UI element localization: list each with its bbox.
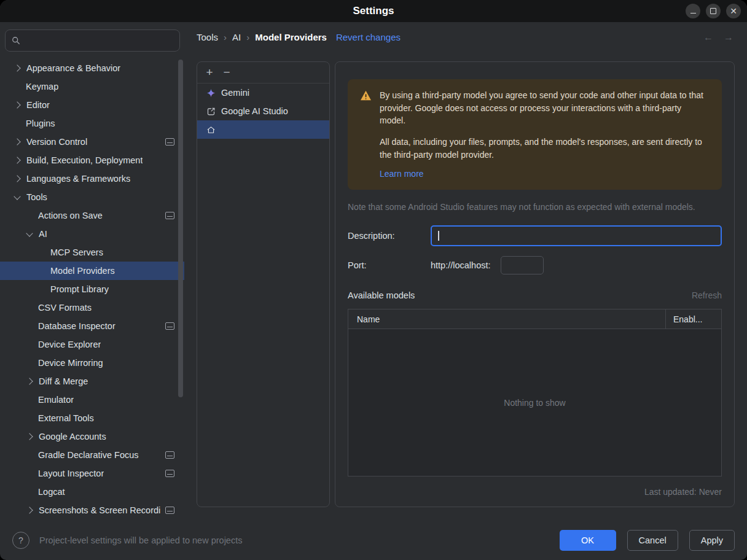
help-icon: ? — [18, 535, 23, 545]
sidebar-item-appearance-behavior[interactable]: Appearance & Behavior — [0, 59, 184, 77]
help-button[interactable]: ? — [12, 532, 29, 549]
model-provider-details: By using a third-party model you agree t… — [335, 61, 735, 507]
chevron-right-icon[interactable] — [26, 433, 33, 440]
chevron-down-icon[interactable] — [14, 193, 20, 200]
ok-button[interactable]: OK — [560, 530, 616, 551]
sidebar-item-label: Emulator — [38, 395, 74, 405]
chevron-right-icon[interactable] — [26, 378, 33, 384]
provider-item-google-ai-studio[interactable]: Google AI Studio — [197, 102, 329, 120]
description-input[interactable] — [437, 227, 718, 246]
add-provider-button[interactable]: + — [201, 64, 218, 81]
breadcrumb-separator-icon: › — [246, 32, 249, 42]
provider-item-gemini[interactable]: Gemini — [197, 84, 329, 102]
sidebar-item-languages-frameworks[interactable]: Languages & Frameworks — [0, 169, 184, 188]
sidebar-item-label: Device Explorer — [38, 340, 101, 349]
sidebar-item-gradle-declarative-focus[interactable]: Gradle Declarative Focus — [0, 446, 184, 464]
empty-table-text: Nothing to show — [504, 398, 565, 408]
sidebar-item-label: Model Providers — [50, 266, 115, 276]
sidebar-item-keymap[interactable]: Keymap — [0, 77, 184, 96]
port-input[interactable] — [501, 256, 544, 274]
aistudio-icon — [206, 106, 216, 116]
sidebar-item-diff-merge[interactable]: Diff & Merge — [0, 372, 184, 391]
sidebar-item-model-providers[interactable]: Model Providers — [0, 262, 184, 280]
chevron-right-icon[interactable] — [14, 64, 20, 71]
warning-paragraph-2: All data, including your files, prompts,… — [380, 136, 703, 161]
cancel-button[interactable]: Cancel — [627, 530, 678, 551]
sidebar-item-tools[interactable]: Tools — [0, 188, 184, 206]
project-override-icon — [165, 212, 174, 219]
sidebar-item-database-inspector[interactable]: Database Inspector — [0, 317, 184, 335]
chevron-down-icon[interactable] — [26, 230, 33, 236]
sidebar-item-label: CSV Formats — [38, 303, 92, 313]
sidebar-scrollbar[interactable] — [178, 60, 183, 397]
window-controls: ✕ — [686, 4, 741, 18]
sidebar-item-mcp-servers[interactable]: MCP Servers — [0, 243, 184, 262]
providers-toolbar: + − — [197, 62, 329, 84]
sidebar-item-csv-formats[interactable]: CSV Formats — [0, 298, 184, 317]
project-override-icon — [165, 322, 174, 330]
providers-panel: + − GeminiGoogle AI Studio — [197, 61, 330, 507]
sidebar-item-label: External Tools — [38, 413, 94, 423]
provider-item-blank[interactable] — [197, 120, 329, 139]
sidebar-item-prompt-library[interactable]: Prompt Library — [0, 280, 184, 298]
project-override-icon — [165, 507, 174, 514]
breadcrumb-ai[interactable]: AI — [232, 32, 241, 42]
sidebar-item-screenshots-screen-recordi[interactable]: Screenshots & Screen Recordi — [0, 501, 184, 519]
maximize-button[interactable] — [706, 4, 721, 18]
breadcrumb: Tools › AI › Model Providers Revert chan… — [197, 32, 401, 42]
warning-text: By using a third-party model you agree t… — [380, 89, 703, 180]
sidebar-item-actions-on-save[interactable]: Actions on Save — [0, 206, 184, 225]
settings-search-input[interactable] — [25, 35, 173, 46]
sidebar-item-device-mirroring[interactable]: Device Mirroring — [0, 354, 184, 372]
chevron-right-icon[interactable] — [14, 175, 20, 182]
sidebar-item-logcat[interactable]: Logcat — [0, 483, 184, 501]
revert-changes-link[interactable]: Revert changes — [336, 32, 401, 42]
project-override-icon — [165, 138, 174, 146]
dialog-footer: ? Project-level settings will be applied… — [0, 521, 747, 560]
titlebar: Settings ✕ — [0, 0, 747, 22]
remove-provider-button[interactable]: − — [218, 64, 235, 81]
sidebar-item-layout-inspector[interactable]: Layout Inspector — [0, 464, 184, 483]
sidebar-item-label: Database Inspector — [38, 321, 115, 331]
sidebar-item-editor[interactable]: Editor — [0, 96, 184, 114]
forward-icon[interactable]: → — [724, 32, 733, 43]
last-updated-label: Last updated: Never — [348, 487, 722, 497]
minimize-icon — [690, 13, 696, 14]
chevron-right-icon[interactable] — [26, 507, 33, 513]
available-models-label: Available models — [348, 290, 415, 300]
column-header-enabled[interactable]: Enabl... — [665, 309, 721, 329]
refresh-button[interactable]: Refresh — [692, 290, 722, 300]
description-row: Description: — [348, 225, 722, 246]
sidebar-item-label: Version Control — [26, 137, 87, 147]
sidebar-item-plugins[interactable]: Plugins — [0, 114, 184, 133]
breadcrumb-separator-icon: › — [224, 32, 227, 42]
back-icon[interactable]: ← — [703, 32, 713, 43]
sidebar-item-google-accounts[interactable]: Google Accounts — [0, 427, 184, 446]
column-header-name[interactable]: Name — [348, 309, 665, 329]
warning-icon — [360, 90, 372, 101]
chevron-right-icon[interactable] — [14, 138, 20, 145]
description-label: Description: — [348, 231, 431, 241]
sidebar-item-label: AI — [39, 229, 47, 239]
chevron-right-icon[interactable] — [14, 157, 20, 163]
search-box[interactable] — [5, 29, 180, 52]
sidebar-item-build-execution-deployment[interactable]: Build, Execution, Deployment — [0, 151, 184, 169]
gemini-icon — [206, 88, 216, 98]
sidebar-item-version-control[interactable]: Version Control — [0, 133, 184, 151]
breadcrumb-tools[interactable]: Tools — [197, 32, 218, 42]
sidebar-item-external-tools[interactable]: External Tools — [0, 409, 184, 427]
minimize-button[interactable] — [686, 4, 700, 18]
apply-button[interactable]: Apply — [689, 530, 735, 551]
sidebar-item-device-explorer[interactable]: Device Explorer — [0, 335, 184, 354]
settings-sidebar: Appearance & BehaviorKeymapEditorPlugins… — [0, 22, 184, 521]
chevron-right-icon[interactable] — [14, 101, 20, 108]
learn-more-link[interactable]: Learn more — [380, 169, 424, 179]
port-label: Port: — [348, 260, 431, 270]
sidebar-item-ai[interactable]: AI — [0, 225, 184, 243]
provider-item-label: Google AI Studio — [221, 106, 288, 116]
search-icon — [12, 36, 20, 45]
close-button[interactable]: ✕ — [726, 4, 741, 18]
description-input-wrap — [431, 225, 722, 246]
port-prefix: http://localhost: — [431, 260, 491, 270]
sidebar-item-emulator[interactable]: Emulator — [0, 391, 184, 409]
